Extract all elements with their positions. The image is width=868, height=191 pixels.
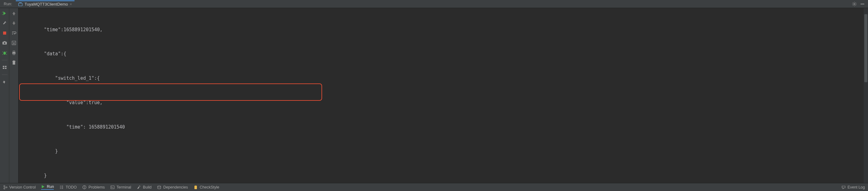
run-toolbar-left xyxy=(0,8,9,183)
svg-rect-22 xyxy=(5,66,6,67)
minimize-icon[interactable] xyxy=(860,2,865,6)
svg-point-41 xyxy=(158,186,161,187)
wrench-icon[interactable] xyxy=(2,21,7,26)
bug-exit-icon[interactable] xyxy=(2,50,7,56)
build-label: Build xyxy=(143,185,152,189)
checkstyle-label: CheckStyle xyxy=(200,185,219,189)
terminal-label: Terminal xyxy=(117,185,131,189)
app-icon xyxy=(18,2,23,6)
separator xyxy=(2,60,7,60)
camera-icon[interactable] xyxy=(2,40,7,46)
trash-icon[interactable] xyxy=(11,60,17,66)
svg-rect-43 xyxy=(195,185,196,186)
console-line: "data":{ xyxy=(22,50,864,58)
svg-line-10 xyxy=(856,2,856,3)
console-line: "switch_led_1":{ xyxy=(22,74,864,82)
run-tab[interactable]: Run xyxy=(41,185,54,190)
tab-label: TuyaMQTT3ClientDemo xyxy=(24,2,68,6)
svg-point-33 xyxy=(4,185,5,187)
svg-point-2 xyxy=(854,3,855,4)
problems-label: Problems xyxy=(88,185,105,189)
svg-rect-29 xyxy=(13,54,15,55)
svg-point-14 xyxy=(4,42,5,44)
svg-line-17 xyxy=(2,52,3,52)
console-line: "time":1658891201540, xyxy=(22,26,864,34)
svg-rect-1 xyxy=(19,2,22,3)
deps-label: Dependencies xyxy=(163,185,188,189)
svg-rect-21 xyxy=(3,66,4,67)
svg-rect-40 xyxy=(139,185,140,187)
scrollbar-thumb[interactable] xyxy=(864,14,867,82)
svg-rect-25 xyxy=(12,41,16,45)
run-config-tab[interactable]: TuyaMQTT3ClientDemo × xyxy=(16,0,74,7)
svg-rect-12 xyxy=(3,32,6,35)
svg-rect-23 xyxy=(3,68,4,69)
stop-icon[interactable] xyxy=(2,30,7,36)
dependencies-tab[interactable]: Dependencies xyxy=(157,185,188,189)
svg-line-9 xyxy=(853,5,854,6)
separator xyxy=(2,74,7,75)
svg-rect-24 xyxy=(5,68,6,69)
highlight-annotation xyxy=(19,84,322,101)
console-line: } xyxy=(22,171,864,180)
event-log-tab[interactable]: Event Log xyxy=(841,185,865,189)
close-icon[interactable]: × xyxy=(70,2,72,6)
svg-rect-30 xyxy=(13,62,15,65)
scroll-to-end-icon[interactable] xyxy=(11,40,17,46)
soft-wrap-icon[interactable] xyxy=(11,30,17,36)
gear-icon[interactable] xyxy=(852,2,857,6)
pin-icon[interactable] xyxy=(2,79,7,85)
version-control-tab[interactable]: Version Control xyxy=(3,185,35,189)
svg-point-35 xyxy=(6,187,7,188)
down-arrow-icon[interactable] xyxy=(11,21,17,26)
svg-rect-11 xyxy=(861,4,864,4)
svg-rect-0 xyxy=(19,3,22,6)
scrollbar[interactable] xyxy=(864,8,868,183)
status-bar: Version Control Run TODO Problems Termin… xyxy=(0,183,868,191)
checkstyle-tab[interactable]: CheckStyle xyxy=(193,185,219,189)
svg-rect-39 xyxy=(111,186,114,189)
todo-label: TODO xyxy=(65,185,77,189)
run-label: Run xyxy=(47,185,54,189)
build-tab[interactable]: Build xyxy=(136,185,152,189)
svg-line-19 xyxy=(2,54,3,55)
svg-rect-32 xyxy=(13,61,14,61)
svg-point-16 xyxy=(3,52,6,55)
run-toolbar-inner xyxy=(9,8,19,183)
problems-tab[interactable]: Problems xyxy=(82,185,105,189)
console-line: "time": 1658891201540 xyxy=(22,123,864,131)
run-tool-tabbar: Run: TuyaMQTT3ClientDemo × xyxy=(0,0,868,8)
run-label: Run: xyxy=(2,2,14,6)
terminal-tab[interactable]: Terminal xyxy=(111,185,131,189)
layout-icon[interactable] xyxy=(2,65,7,70)
todo-tab[interactable]: TODO xyxy=(59,185,77,189)
svg-line-8 xyxy=(856,5,856,6)
console-line: "value":true, xyxy=(22,99,864,107)
up-arrow-icon[interactable] xyxy=(11,10,17,16)
console-line: } xyxy=(22,147,864,155)
svg-rect-42 xyxy=(194,186,197,189)
console-output[interactable]: "time":1658891201540, "data":{ "switch_l… xyxy=(19,8,864,183)
svg-line-7 xyxy=(853,2,854,3)
vc-label: Version Control xyxy=(9,185,35,189)
svg-point-34 xyxy=(4,188,5,189)
svg-rect-15 xyxy=(4,41,6,42)
svg-line-20 xyxy=(6,54,7,55)
print-icon[interactable] xyxy=(11,50,17,56)
svg-line-18 xyxy=(6,52,7,52)
svg-point-38 xyxy=(84,188,85,189)
rerun-icon[interactable] xyxy=(2,10,7,16)
event-log-label: Event Log xyxy=(847,185,865,189)
svg-rect-28 xyxy=(13,51,15,52)
svg-rect-31 xyxy=(12,61,16,62)
